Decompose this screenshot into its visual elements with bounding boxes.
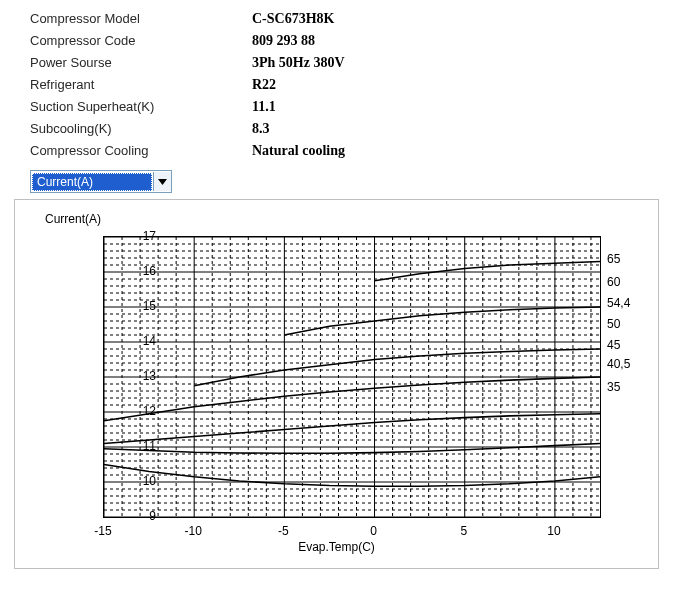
spec-value: 8.3 [252, 118, 270, 140]
chevron-down-icon [153, 172, 171, 191]
spec-label: Refrigerant [30, 74, 252, 96]
metric-dropdown-wrap: Current(A) [30, 170, 673, 193]
y-tick-label: 14 [76, 334, 156, 348]
x-tick-label: -10 [185, 524, 202, 538]
series-line [375, 262, 600, 281]
spec-label: Compressor Cooling [30, 140, 252, 162]
spec-row: RefrigerantR22 [30, 74, 649, 96]
chart-title: Current(A) [45, 212, 101, 226]
chart-panel: Current(A) 91011121314151617 -15-10-5051… [14, 199, 659, 569]
plot-area [103, 236, 601, 518]
x-tick-label: 5 [460, 524, 467, 538]
series-line [194, 349, 600, 386]
series-label: 54,4 [607, 296, 630, 310]
spec-table: Compressor ModelC-SC673H8KCompressor Cod… [0, 0, 673, 162]
dropdown-selected: Current(A) [32, 173, 152, 191]
spec-row: Compressor CoolingNatural cooling [30, 140, 649, 162]
y-tick-label: 10 [76, 474, 156, 488]
series-line [104, 444, 600, 454]
spec-row: Suction Superheat(K)11.1 [30, 96, 649, 118]
spec-label: Compressor Model [30, 8, 252, 30]
y-tick-label: 9 [76, 509, 156, 523]
x-tick-label: -15 [94, 524, 111, 538]
y-tick-label: 11 [76, 439, 156, 453]
x-tick-label: 0 [370, 524, 377, 538]
spec-label: Subcooling(K) [30, 118, 252, 140]
spec-row: Compressor Code809 293 88 [30, 30, 649, 52]
spec-row: Subcooling(K)8.3 [30, 118, 649, 140]
series-label: 60 [607, 275, 620, 289]
metric-dropdown[interactable]: Current(A) [30, 170, 172, 193]
spec-value: C-SC673H8K [252, 8, 334, 30]
x-axis-title: Evap.Temp(C) [15, 540, 658, 554]
y-tick-label: 12 [76, 404, 156, 418]
y-tick-label: 15 [76, 299, 156, 313]
series-line [104, 465, 600, 487]
x-tick-label: -5 [278, 524, 289, 538]
chart-area: Current(A) 91011121314151617 -15-10-5051… [15, 200, 658, 568]
series-label: 50 [607, 317, 620, 331]
spec-value: 809 293 88 [252, 30, 315, 52]
spec-row: Compressor ModelC-SC673H8K [30, 8, 649, 30]
spec-value: R22 [252, 74, 276, 96]
spec-label: Compressor Code [30, 30, 252, 52]
series-label: 45 [607, 338, 620, 352]
y-tick-label: 13 [76, 369, 156, 383]
x-tick-label: 10 [547, 524, 560, 538]
series-line [104, 377, 600, 421]
series-line [284, 307, 600, 335]
series-label: 40,5 [607, 357, 630, 371]
spec-label: Power Sourse [30, 52, 252, 74]
spec-label: Suction Superheat(K) [30, 96, 252, 118]
series-label: 65 [607, 252, 620, 266]
y-tick-label: 16 [76, 264, 156, 278]
spec-value: Natural cooling [252, 140, 345, 162]
spec-row: Power Sourse3Ph 50Hz 380V [30, 52, 649, 74]
series-label: 35 [607, 380, 620, 394]
series-line [104, 414, 600, 444]
chart-lines [104, 237, 600, 517]
spec-value: 11.1 [252, 96, 276, 118]
spec-value: 3Ph 50Hz 380V [252, 52, 345, 74]
y-tick-label: 17 [76, 229, 156, 243]
